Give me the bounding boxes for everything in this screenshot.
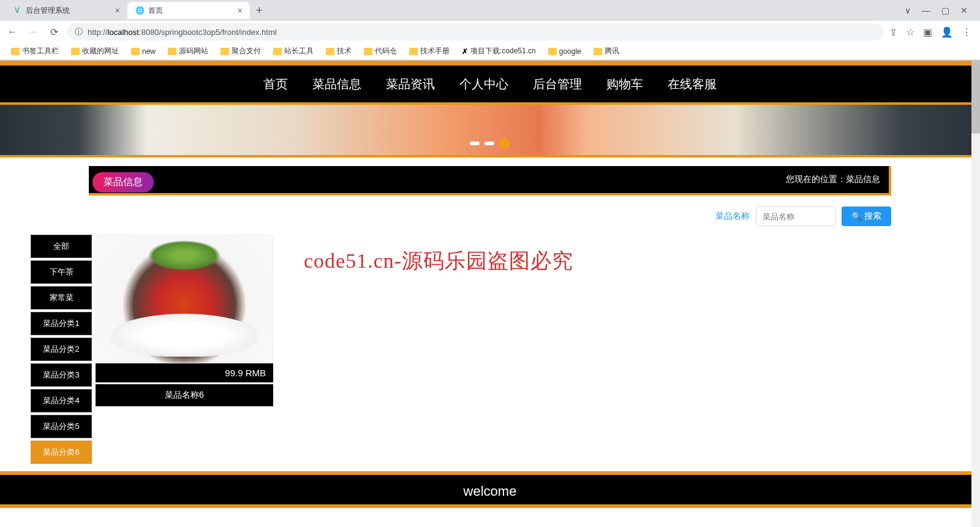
- folder-icon: [221, 48, 229, 55]
- search-input[interactable]: [756, 207, 835, 226]
- bookmark-item[interactable]: 源码网站: [163, 45, 213, 58]
- category-button[interactable]: 下午茶: [31, 260, 92, 284]
- bookmark-label: 技术手册: [420, 46, 450, 56]
- window-controls: ∨ — ▢ ✕: [905, 6, 975, 15]
- close-icon[interactable]: ×: [238, 6, 243, 15]
- bookmark-item[interactable]: 书签工具栏: [6, 45, 64, 58]
- nav-link[interactable]: 首页: [263, 76, 288, 93]
- category-button[interactable]: 菜品分类4: [31, 389, 92, 412]
- search-icon: 🔍: [851, 211, 862, 221]
- star-icon[interactable]: ☆: [906, 26, 914, 38]
- nav-link[interactable]: 购物车: [606, 76, 643, 93]
- bookmark-item[interactable]: 收藏的网址: [66, 45, 124, 58]
- folder-icon: [548, 48, 557, 55]
- nav-link[interactable]: 后台管理: [533, 76, 582, 93]
- bookmark-item[interactable]: ✗项目下载:code51.cn: [457, 45, 541, 58]
- category-button[interactable]: 菜品分类6: [31, 441, 92, 464]
- search-row: 菜品名称 🔍 搜索: [89, 195, 891, 235]
- url-host: localhost: [108, 28, 139, 37]
- category-button[interactable]: 全部: [31, 235, 92, 258]
- bookmark-item[interactable]: new: [126, 46, 160, 57]
- bookmarks-bar: 书签工具栏收藏的网址new源码网站聚合支付站长工具技术代码仓技术手册✗项目下载:…: [0, 43, 980, 60]
- tab-bar: V 后台管理系统 × 🌐 首页 × + ∨ — ▢ ✕: [0, 0, 980, 21]
- bookmark-item[interactable]: google: [543, 46, 586, 57]
- close-window-icon[interactable]: ✕: [960, 6, 968, 15]
- tab-title: 首页: [148, 6, 163, 16]
- bookmark-item[interactable]: 腾讯: [589, 45, 624, 58]
- menu-icon[interactable]: ⋮: [962, 26, 971, 38]
- url-path: /springbootc3op5/front/index.html: [159, 28, 276, 37]
- category-button[interactable]: 家常菜: [31, 286, 92, 309]
- tab-title: 后台管理系统: [26, 6, 70, 16]
- url-prefix: http://: [88, 28, 108, 37]
- breadcrumb-current: 菜品信息: [846, 174, 880, 184]
- page-content: 首页菜品信息菜品资讯个人中心后台管理购物车在线客服 菜品信息 您现在的位置：菜品…: [0, 61, 980, 508]
- minimize-icon[interactable]: —: [922, 6, 930, 15]
- back-button[interactable]: ←: [5, 25, 20, 39]
- product-name: 菜品名称6: [96, 384, 273, 406]
- bookmark-label: 技术: [337, 46, 352, 56]
- bookmark-item[interactable]: 代码仓: [359, 45, 402, 58]
- category-button[interactable]: 菜品分类3: [31, 363, 92, 387]
- folder-icon: [131, 48, 140, 55]
- folder-icon: [11, 48, 20, 55]
- bookmark-label: 站长工具: [284, 46, 314, 56]
- folder-icon: [71, 48, 80, 55]
- vertical-scrollbar[interactable]: [971, 60, 980, 527]
- bookmark-item[interactable]: 聚合支付: [216, 45, 266, 58]
- bookmark-item[interactable]: 站长工具: [268, 45, 318, 58]
- product-image: [96, 235, 273, 363]
- url-input[interactable]: ⓘ http://localhost:8080/springbootc3op5/…: [67, 23, 883, 40]
- footer: welcome: [0, 471, 980, 508]
- bookmark-item[interactable]: 技术手册: [404, 45, 454, 58]
- bookmark-label: 代码仓: [375, 46, 397, 56]
- bookmark-label: 书签工具栏: [22, 46, 59, 56]
- globe-icon: 🌐: [135, 6, 145, 15]
- main-grid: 全部下午茶家常菜菜品分类1菜品分类2菜品分类3菜品分类4菜品分类5菜品分类6 9…: [31, 235, 891, 464]
- address-bar: ← → ⟳ ⓘ http://localhost:8080/springboot…: [0, 21, 980, 43]
- folder-icon: [594, 48, 602, 55]
- carousel-dot-2[interactable]: [484, 142, 494, 145]
- close-icon[interactable]: ×: [115, 6, 120, 15]
- bookmark-label: 项目下载:code51.cn: [470, 46, 536, 56]
- category-button[interactable]: 菜品分类1: [31, 312, 92, 335]
- search-button[interactable]: 🔍 搜索: [842, 207, 891, 226]
- search-button-label: 搜索: [864, 211, 881, 222]
- product-card[interactable]: 99.9 RMB 菜品名称6: [96, 235, 273, 406]
- search-label: 菜品名称: [715, 211, 750, 222]
- folder-icon: [273, 48, 282, 55]
- footer-text: welcome: [464, 483, 517, 499]
- tab-admin[interactable]: V 后台管理系统 ×: [5, 2, 127, 19]
- carousel-dot-1[interactable]: [470, 142, 480, 145]
- browser-chrome: V 后台管理系统 × 🌐 首页 × + ∨ — ▢ ✕ ← → ⟳ ⓘ http…: [0, 0, 980, 61]
- hero-banner: [0, 102, 980, 157]
- content-wrap: 菜品信息 您现在的位置：菜品信息 菜品名称 🔍 搜索 全部下午茶家常菜菜品分类1…: [0, 157, 980, 508]
- carousel-indicators: [470, 138, 510, 149]
- bookmark-label: google: [559, 47, 581, 56]
- nav-link[interactable]: 个人中心: [459, 76, 508, 93]
- product-area: 99.9 RMB 菜品名称6 code51.cn-源码乐园盗图必究: [96, 235, 891, 464]
- forward-button[interactable]: →: [26, 25, 40, 39]
- extensions-icon[interactable]: ▣: [923, 26, 932, 38]
- bookmark-label: 聚合支付: [232, 46, 261, 56]
- folder-icon: [364, 48, 372, 55]
- new-tab-button[interactable]: +: [250, 4, 269, 17]
- reload-button[interactable]: ⟳: [47, 25, 61, 39]
- profile-icon[interactable]: 👤: [941, 26, 953, 38]
- bookmark-label: 收藏的网址: [82, 46, 119, 56]
- nav-link[interactable]: 菜品资讯: [386, 76, 435, 93]
- nav-link[interactable]: 菜品信息: [312, 76, 361, 93]
- category-button[interactable]: 菜品分类5: [31, 415, 92, 438]
- bookmark-item[interactable]: 技术: [321, 45, 356, 58]
- carousel-dot-3[interactable]: [499, 138, 510, 149]
- tab-home[interactable]: 🌐 首页 ×: [127, 2, 250, 19]
- folder-icon: [326, 48, 334, 55]
- nav-link[interactable]: 在线客服: [668, 76, 717, 93]
- maximize-icon[interactable]: ▢: [941, 6, 949, 15]
- chevron-down-icon[interactable]: ∨: [905, 6, 911, 15]
- category-button[interactable]: 菜品分类2: [31, 338, 92, 361]
- share-icon[interactable]: ⇪: [889, 26, 897, 38]
- address-actions: ⇪ ☆ ▣ 👤 ⋮: [889, 26, 975, 38]
- scrollbar-thumb[interactable]: [971, 60, 980, 134]
- vue-favicon: V: [12, 6, 22, 15]
